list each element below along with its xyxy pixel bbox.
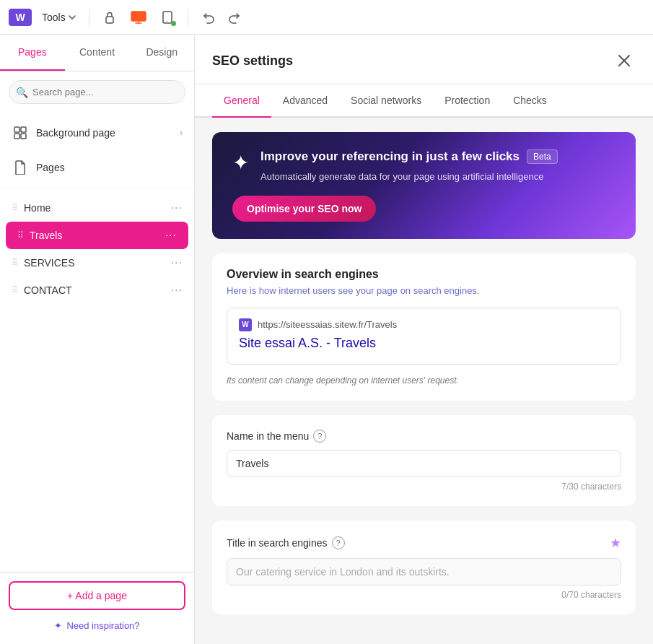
- preview-url: https://siteessaias.sitew.fr/Travels: [258, 319, 397, 330]
- title-in-engines-placeholder: Our catering service in London and its o…: [227, 558, 621, 586]
- page-name-travels: Travels: [30, 230, 159, 241]
- svg-rect-0: [106, 17, 113, 23]
- page-menu-travels[interactable]: ···: [165, 229, 177, 242]
- drag-handle-contact: ⠿: [12, 285, 18, 295]
- chevron-down-icon: [69, 15, 76, 19]
- page-menu-services[interactable]: ···: [171, 256, 183, 269]
- add-page-label: + Add a page: [67, 590, 127, 601]
- search-preview: W https://siteessaias.sitew.fr/Travels S…: [227, 308, 621, 365]
- name-menu-help-icon[interactable]: ?: [313, 430, 326, 443]
- overview-subtitle: Here is how internet users see your page…: [227, 285, 621, 296]
- inspiration-label: Need inspiration?: [66, 620, 139, 631]
- tab-checks[interactable]: Checks: [501, 84, 558, 118]
- beta-badge: Beta: [527, 149, 558, 164]
- title-in-engines-label: Title in search engines ?: [227, 536, 345, 549]
- svg-rect-4: [14, 127, 19, 132]
- ai-title-text: Improve your referencing in just a few c…: [260, 149, 520, 164]
- preview-logo: W: [239, 318, 252, 331]
- drag-handle-travels: ⠿: [17, 230, 24, 240]
- drag-handle: ⠿: [12, 203, 18, 213]
- page-name-services: SERVICES: [24, 257, 165, 269]
- tab-design[interactable]: Design: [129, 35, 194, 71]
- name-in-menu-card: Name in the menu ? 7/30 characters: [212, 415, 636, 506]
- seo-title: SEO settings: [212, 53, 293, 80]
- page-menu-home[interactable]: ···: [171, 201, 183, 214]
- inspiration-button[interactable]: ✦ Need inspiration?: [9, 616, 185, 635]
- page-item-contact[interactable]: ⠿ CONTACT ···: [0, 277, 194, 304]
- page-item-travels[interactable]: ⠿ Travels ···: [6, 222, 188, 249]
- tools-label: Tools: [42, 12, 66, 23]
- arrow-icon: ›: [180, 128, 183, 138]
- page-item-services[interactable]: ⠿ SERVICES ···: [0, 249, 194, 277]
- optimise-seo-button[interactable]: Optimise your SEO now: [232, 196, 376, 222]
- sidebar-search-wrapper: 🔍: [9, 80, 185, 104]
- name-in-menu-input[interactable]: [227, 450, 621, 477]
- preview-url-row: W https://siteessaias.sitew.fr/Travels: [239, 318, 609, 331]
- pages-list: ⠿ Home ··· ⠿ Travels ··· ⠿ SERVICES ··· …: [0, 188, 194, 572]
- title-in-engines-card: Title in search engines ? ★ Our catering…: [212, 521, 636, 614]
- overview-title: Overview in search engines: [227, 268, 621, 281]
- tab-protection[interactable]: Protection: [433, 84, 501, 118]
- separator-2: [188, 9, 188, 26]
- search-input[interactable]: [9, 80, 185, 104]
- seo-panel: SEO settings General Advanced Social net…: [195, 35, 653, 644]
- toolbar: W Tools: [0, 0, 653, 35]
- sparkle-icon-small: ✦: [54, 620, 62, 631]
- tools-menu[interactable]: Tools: [38, 9, 80, 26]
- seo-tabs: General Advanced Social networks Protect…: [195, 84, 653, 118]
- tab-general[interactable]: General: [212, 84, 271, 118]
- preview-note: Its content can change depending on inte…: [227, 375, 459, 386]
- page-name-contact: CONTACT: [24, 284, 165, 296]
- undo-redo-group: [197, 6, 246, 29]
- sidebar-footer: + Add a page ✦ Need inspiration?: [0, 572, 194, 644]
- main-area: Pages Content Design 🔍 Background page ›: [0, 35, 653, 644]
- sidebar: Pages Content Design 🔍 Background page ›: [0, 35, 195, 644]
- background-page-item[interactable]: Background page ›: [0, 116, 194, 150]
- overview-card: Overview in search engines Here is how i…: [212, 253, 636, 401]
- premium-star-icon[interactable]: ★: [610, 535, 621, 551]
- ai-banner-title: Improve your referencing in just a few c…: [260, 149, 615, 164]
- title-card-header: Title in search engines ? ★: [227, 535, 621, 551]
- tab-pages[interactable]: Pages: [0, 35, 65, 71]
- svg-rect-5: [21, 127, 26, 132]
- tab-advanced[interactable]: Advanced: [271, 84, 339, 118]
- svg-rect-7: [21, 134, 26, 139]
- grid-icon: [12, 124, 29, 142]
- page-item-home[interactable]: ⠿ Home ···: [0, 194, 194, 222]
- seo-header: SEO settings: [195, 35, 653, 84]
- seo-content: ✦ Improve your referencing in just a few…: [195, 118, 653, 629]
- page-menu-contact[interactable]: ···: [171, 284, 183, 297]
- title-engines-help-icon[interactable]: ?: [332, 536, 345, 549]
- mobile-icon[interactable]: [156, 6, 179, 29]
- sparkle-icon: ✦: [232, 151, 249, 175]
- svg-rect-1: [131, 12, 146, 21]
- pages-section-item[interactable]: Pages: [0, 150, 194, 185]
- title-in-engines-count: 0/70 characters: [227, 590, 621, 600]
- add-page-button[interactable]: + Add a page: [9, 581, 185, 610]
- drag-handle-services: ⠿: [12, 258, 18, 268]
- ai-banner-subtitle: Automatically generate data for your pag…: [260, 170, 615, 184]
- name-in-menu-text: Name in the menu: [227, 430, 309, 442]
- preview-site-name: Site essai A.S. - Travels: [239, 336, 609, 351]
- tab-social-networks[interactable]: Social networks: [339, 84, 433, 118]
- svg-rect-6: [14, 134, 19, 139]
- pages-label: Pages: [36, 162, 183, 173]
- separator-1: [89, 9, 89, 26]
- page-name-home: Home: [24, 202, 165, 214]
- tab-content[interactable]: Content: [65, 35, 130, 71]
- undo-button[interactable]: [197, 6, 220, 29]
- name-in-menu-count: 7/30 characters: [227, 482, 621, 492]
- ai-banner-top: ✦ Improve your referencing in just a few…: [232, 149, 615, 184]
- title-in-engines-text: Title in search engines: [227, 537, 328, 549]
- close-button[interactable]: [613, 49, 636, 72]
- preview-note-wrapper: Its content can change depending on inte…: [227, 373, 621, 386]
- sidebar-tabs: Pages Content Design: [0, 35, 194, 71]
- redo-button[interactable]: [223, 6, 246, 29]
- desktop-icon[interactable]: [127, 6, 150, 29]
- lock-icon[interactable]: [98, 6, 121, 29]
- ai-banner: ✦ Improve your referencing in just a few…: [212, 132, 636, 239]
- name-in-menu-label: Name in the menu ?: [227, 430, 621, 443]
- active-dot: [171, 21, 176, 26]
- logo[interactable]: W: [9, 9, 32, 26]
- file-icon: [12, 159, 29, 176]
